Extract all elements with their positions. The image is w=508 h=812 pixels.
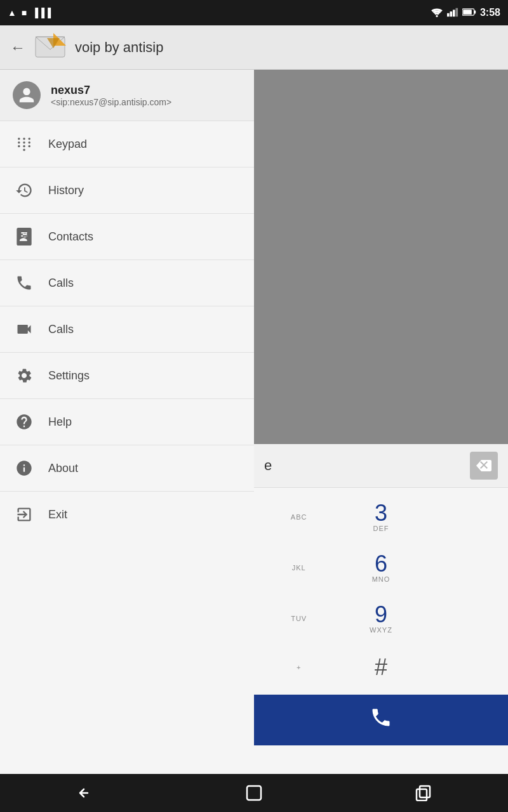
status-bar: ▲ ■ ▐▐▐ 3:5 (0, 0, 508, 25)
phone-icon (13, 272, 36, 294)
dialpad-letters-abc: ABC (291, 513, 307, 521)
dialpad-key-abc[interactable]: ABC (259, 493, 338, 541)
avatar (13, 81, 41, 109)
dialpad-letters-def: DEF (373, 525, 389, 532)
settings-icon (13, 364, 36, 387)
keypad-icon (13, 133, 36, 155)
dialpad-number-9: 9 (375, 603, 387, 626)
dialpad-key-jkl[interactable]: JKL (259, 544, 338, 592)
sidebar-label-settings: Settings (48, 369, 90, 383)
svg-point-16 (23, 141, 25, 144)
sidebar-item-contacts[interactable]: Contacts (0, 214, 254, 260)
profile-sip: <sip:nexus7@sip.antisip.com> (51, 97, 171, 107)
main-content: nexus7 <sip:nexus7@sip.antisip.com> Keyp… (0, 70, 508, 774)
dialpad-key-empty-r1[interactable] (424, 493, 503, 541)
svg-point-15 (18, 141, 20, 144)
dialpad-key-empty-r3[interactable] (424, 594, 503, 643)
svg-rect-6 (474, 10, 476, 13)
svg-rect-22 (247, 786, 261, 800)
help-icon (13, 410, 36, 433)
sidebar-item-help[interactable]: Help (0, 399, 254, 445)
dialpad-input[interactable]: e (264, 457, 470, 474)
sidebar-label-calls-audio: Calls (48, 277, 74, 290)
nav-back-button[interactable] (59, 777, 110, 809)
history-icon (13, 179, 36, 202)
app-title: voip by antisip (75, 39, 163, 56)
svg-point-13 (23, 138, 25, 140)
dialpad-key-plus[interactable]: + (259, 645, 338, 690)
back-button-appbar[interactable]: ← (10, 39, 25, 56)
dialpad-key-empty-r2[interactable] (424, 544, 503, 592)
app-logo (34, 32, 66, 63)
svg-point-19 (23, 145, 25, 148)
sidebar-label-about: About (48, 462, 78, 475)
signal-icon (447, 7, 458, 19)
sidebar-label-keypad: Keypad (48, 138, 87, 151)
svg-rect-23 (420, 786, 430, 797)
notification-icon-1: ▲ (8, 8, 17, 18)
svg-point-18 (18, 145, 20, 148)
status-bar-left: ▲ ■ ▐▐▐ (8, 8, 51, 18)
svg-point-0 (436, 15, 438, 16)
profile-info: nexus7 <sip:nexus7@sip.antisip.com> (51, 84, 171, 107)
video-icon (13, 318, 36, 341)
dialpad-letters-tuv: TUV (291, 615, 307, 622)
svg-point-21 (23, 149, 25, 152)
dialpad-key-hash[interactable]: # (341, 645, 420, 690)
dialpad-key-3[interactable]: 3 DEF (341, 493, 420, 541)
contacts-icon (13, 225, 36, 248)
svg-rect-1 (447, 13, 450, 16)
dialpad-symbol-hash: # (375, 654, 387, 681)
about-icon (13, 457, 36, 480)
call-icon (370, 706, 392, 735)
sidebar-label-calls-video: Calls (48, 323, 74, 336)
svg-point-17 (28, 141, 30, 144)
sidebar-label-history: History (48, 184, 84, 197)
dialpad-letters-plus: + (297, 664, 301, 671)
dialpad-number-3: 3 (375, 502, 387, 525)
svg-point-14 (28, 138, 30, 140)
sidebar-label-contacts: Contacts (48, 230, 93, 244)
svg-rect-3 (453, 10, 455, 16)
clock: 3:58 (480, 7, 500, 18)
dialpad-letters-jkl: JKL (292, 564, 306, 572)
svg-point-12 (18, 138, 20, 140)
dialpad-key-tuv[interactable]: TUV (259, 594, 338, 643)
nav-recents-button[interactable] (398, 777, 449, 809)
sidebar-label-exit: Exit (48, 508, 67, 521)
dialpad-key-empty-r4[interactable] (424, 645, 503, 690)
app-bar: ← voip by antisip (0, 25, 508, 70)
notification-icon-2: ■ (22, 8, 27, 18)
dialpad-overlay: e ABC 3 DEF (254, 444, 508, 774)
status-bar-right: 3:58 (431, 7, 500, 19)
dialpad-input-row: e (254, 444, 508, 488)
call-bar[interactable] (254, 695, 508, 745)
svg-point-20 (28, 145, 30, 148)
sidebar-item-history[interactable]: History (0, 167, 254, 214)
sidebar-item-exit[interactable]: Exit (0, 492, 254, 537)
wifi-icon (431, 7, 443, 19)
sidebar-item-calls-audio[interactable]: Calls (0, 260, 254, 306)
svg-rect-24 (417, 789, 427, 801)
nav-drawer: nexus7 <sip:nexus7@sip.antisip.com> Keyp… (0, 70, 254, 774)
bottom-nav-bar (0, 774, 508, 812)
right-panel: e ABC 3 DEF (254, 70, 508, 774)
dialpad-number-6: 6 (375, 553, 387, 575)
nav-home-button[interactable] (229, 777, 279, 809)
svg-rect-7 (463, 10, 472, 15)
dialpad-grid: ABC 3 DEF JKL 6 MNO (254, 488, 508, 695)
battery-icon (462, 8, 476, 18)
dialpad-letters-wxyz: WXYZ (370, 626, 392, 634)
backspace-button[interactable] (470, 452, 498, 480)
svg-rect-2 (450, 11, 452, 16)
sidebar-item-calls-video[interactable]: Calls (0, 306, 254, 353)
bars-icon: ▐▐▐ (32, 8, 51, 18)
dialpad-letters-mno: MNO (372, 575, 391, 583)
dialpad-key-9[interactable]: 9 WXYZ (341, 594, 420, 643)
exit-icon (13, 503, 36, 526)
sidebar-item-keypad[interactable]: Keypad (0, 121, 254, 167)
profile-section[interactable]: nexus7 <sip:nexus7@sip.antisip.com> (0, 70, 254, 121)
dialpad-key-6[interactable]: 6 MNO (341, 544, 420, 592)
sidebar-item-about[interactable]: About (0, 445, 254, 492)
sidebar-item-settings[interactable]: Settings (0, 353, 254, 399)
